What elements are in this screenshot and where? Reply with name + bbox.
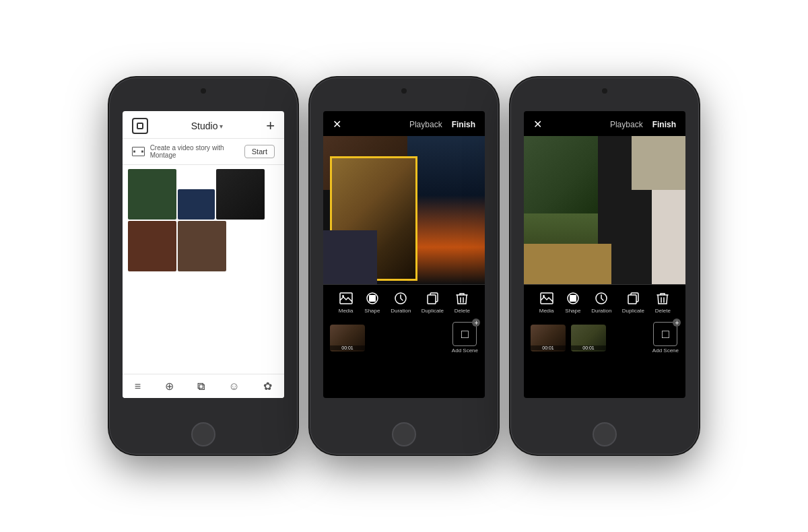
close-button[interactable]: ✕ — [333, 118, 341, 131]
duration-label: Duration — [391, 308, 411, 314]
home-button[interactable] — [191, 422, 215, 446]
toolbar-duration[interactable]: Duration — [391, 290, 411, 314]
grid-row-2 — [128, 221, 279, 271]
phone2-topbar: ✕ Playback Finish — [323, 111, 485, 136]
toolbar-shape[interactable]: Shape — [364, 290, 380, 314]
svg-point-1 — [342, 295, 344, 297]
scene3-tree-image — [524, 136, 598, 213]
chevron-down-icon: ▾ — [220, 123, 223, 130]
nav-feed-icon[interactable]: ≡ — [135, 380, 141, 393]
camera-dot — [401, 88, 407, 94]
studio-title-area[interactable]: Studio ▾ — [191, 121, 224, 131]
home-button[interactable] — [392, 422, 416, 446]
phone-1: Studio ▾ + Create a video story with Mon… — [109, 77, 298, 455]
svg-rect-9 — [570, 295, 576, 302]
nav-settings-icon[interactable]: ✿ — [263, 380, 272, 393]
svg-rect-11 — [628, 295, 636, 304]
phones-container: Studio ▾ + Create a video story with Mon… — [109, 77, 699, 455]
media-label: Media — [539, 308, 554, 314]
finish-button[interactable]: Finish — [452, 120, 475, 129]
scene3-gray-image — [632, 136, 685, 190]
photo-rust[interactable] — [128, 221, 176, 271]
toolbar-delete[interactable]: Delete — [654, 290, 671, 314]
phone-3: ✕ Playback Finish — [510, 77, 699, 455]
scene-time-2: 00:01 — [571, 345, 606, 350]
add-scene-box: □ + — [452, 322, 477, 346]
toolbar-shape[interactable]: Shape — [565, 290, 581, 314]
photo-grid — [123, 165, 284, 277]
delete-icon — [454, 290, 470, 306]
media-label: Media — [339, 308, 354, 314]
start-button[interactable]: Start — [244, 145, 275, 158]
montage-text: Create a video story with Montage — [150, 144, 244, 159]
toolbar-duplicate[interactable]: Duplicate — [622, 290, 644, 314]
nav-explore-icon[interactable]: ⊕ — [165, 380, 174, 393]
shape-label: Shape — [364, 308, 380, 314]
logo-inner — [137, 123, 143, 129]
add-plus-icon: + — [673, 319, 681, 327]
toolbar-media[interactable]: Media — [539, 290, 555, 314]
duration-label: Duration — [591, 308, 611, 314]
duplicate-label: Duplicate — [622, 308, 644, 314]
montage-left: Create a video story with Montage — [132, 144, 244, 159]
studio-label: Studio — [191, 121, 218, 131]
add-button[interactable]: + — [266, 119, 275, 133]
add-scene-icon: □ — [662, 328, 669, 340]
topbar-right: Playback Finish — [409, 120, 475, 129]
nav-studio-icon[interactable]: ⧉ — [197, 380, 205, 393]
nav-profile-icon[interactable]: ☺ — [228, 380, 239, 393]
phone2-screen: ✕ Playback Finish — [323, 111, 485, 398]
shape-label: Shape — [565, 308, 580, 314]
scene-time-1: 00:01 — [330, 345, 365, 350]
topbar-right: Playback Finish — [610, 120, 676, 129]
scene-thumb-1[interactable]: 00:01 — [330, 325, 365, 352]
scene3-dark-strip — [598, 136, 632, 190]
phone3-toolbar: Media Shape — [524, 284, 685, 318]
toolbar-duplicate[interactable]: Duplicate — [422, 290, 444, 314]
camera-dot — [602, 88, 607, 94]
montage-bar: Create a video story with Montage Start — [123, 139, 284, 165]
phone2-timeline: 00:01 □ + Add Scene — [323, 318, 485, 358]
close-button[interactable]: ✕ — [533, 118, 542, 131]
scene2-small-image — [323, 230, 377, 284]
playback-button[interactable]: Playback — [409, 120, 442, 129]
scene2-bg-image2 — [407, 136, 485, 284]
add-scene-box: □ + — [653, 322, 677, 346]
add-scene-label: Add Scene — [652, 347, 679, 354]
svg-rect-3 — [369, 295, 376, 302]
add-plus-icon: + — [472, 319, 480, 327]
photo-cat[interactable] — [178, 221, 226, 271]
scene-time-1: 00:01 — [531, 345, 566, 350]
film-icon — [132, 147, 145, 156]
svg-rect-5 — [428, 295, 436, 304]
duplicate-label: Duplicate — [422, 308, 444, 314]
home-button[interactable] — [593, 422, 617, 446]
toolbar-duration[interactable]: Duration — [591, 290, 611, 314]
add-scene-label: Add Scene — [452, 347, 478, 354]
scene-canvas-3 — [524, 136, 685, 284]
finish-button[interactable]: Finish — [652, 120, 676, 129]
toolbar-delete[interactable]: Delete — [454, 290, 470, 314]
add-scene-button[interactable]: □ + Add Scene — [652, 322, 679, 354]
add-scene-button[interactable]: □ + Add Scene — [452, 322, 478, 354]
scene3-gold-strip — [524, 244, 611, 284]
p1-header: Studio ▾ + — [123, 111, 284, 139]
photo-dark[interactable] — [216, 169, 265, 220]
photo-blue[interactable] — [178, 189, 215, 220]
photo-green[interactable] — [128, 169, 176, 220]
camera-dot — [201, 88, 206, 94]
scene-thumb-2[interactable]: 00:01 — [571, 325, 606, 352]
scene-thumb-1[interactable]: 00:01 — [531, 325, 566, 352]
playback-button[interactable]: Playback — [610, 120, 643, 129]
duplicate-icon — [424, 290, 440, 306]
scene-canvas-2 — [323, 136, 485, 284]
scene3-bird-image — [652, 190, 685, 284]
delete-icon — [654, 290, 671, 306]
phone-2: ✕ Playback Finish — [310, 77, 498, 455]
add-scene-icon: □ — [461, 328, 469, 340]
toolbar-media[interactable]: Media — [338, 290, 354, 314]
delete-label: Delete — [454, 308, 470, 314]
duration-icon — [393, 290, 409, 306]
media-icon — [539, 290, 555, 306]
delete-label: Delete — [655, 308, 671, 314]
